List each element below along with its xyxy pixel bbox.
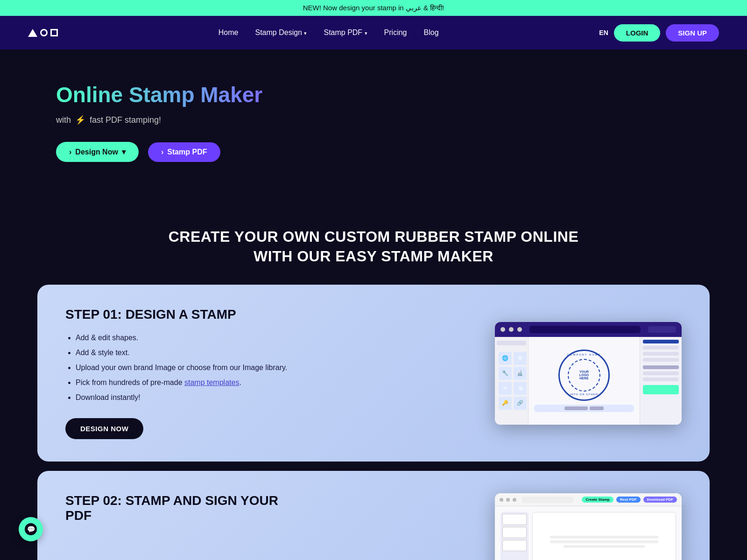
design-now-button[interactable]: › Design Now ▾ [56, 142, 139, 162]
tool-icon[interactable]: 🔗 [514, 397, 527, 410]
navbar: Home Stamp Design Stamp PDF Pricing Blog… [0, 16, 747, 49]
download-pdf-btn[interactable]: Download PDF [643, 497, 677, 503]
lightning-icon: ⚡ [75, 115, 85, 125]
canvas-toolbar [534, 405, 634, 412]
pdf-content-line [550, 540, 658, 543]
sidebar-label [497, 341, 526, 345]
list-item: Upload your own brand Image or choose fr… [76, 362, 289, 373]
pdf-thumbnail[interactable] [502, 527, 527, 538]
pdf-main-view [532, 512, 676, 560]
hero-section: Online Stamp Maker with ⚡ fast PDF stamp… [0, 49, 747, 190]
stamp-designer-preview: 🌐 ⚙ 🔥 🔧 🔬 🎯 ✏ 🖥 📊 🔑 🔗 ⭐ [495, 322, 682, 425]
tool-icon[interactable]: 🔑 [499, 397, 512, 410]
browser-content-2 [495, 506, 682, 560]
stamp-canvas: · COMPANY NAME · YOURLOGOHERE · INTO OR … [529, 337, 640, 425]
signup-button[interactable]: SIGN UP [666, 24, 719, 42]
stamp-text-bottom: · INTO OR OTHER · [560, 393, 608, 396]
design-now-step-button[interactable]: DESIGN NOW [65, 418, 143, 439]
step1-content: STEP 01: DESIGN A STAMP Add & edit shape… [65, 307, 289, 439]
panel-row [643, 352, 679, 356]
step2-content: STEP 02: STAMP AND SIGN YOUR PDF [65, 493, 289, 533]
browser-content: 🌐 ⚙ 🔥 🔧 🔬 🎯 ✏ 🖥 📊 🔑 🔗 ⭐ [495, 337, 682, 425]
nav-links: Home Stamp Design Stamp PDF Pricing Blog [218, 28, 439, 37]
login-button[interactable]: LOGIN [614, 24, 661, 42]
stamp-templates-link[interactable]: stamp templates [184, 378, 239, 386]
rest-pdf-btn[interactable]: Rest PDF [616, 497, 641, 503]
toolbar-item [590, 406, 604, 410]
nav-link-blog[interactable]: Blog [424, 28, 439, 36]
logo-circle-icon [40, 29, 48, 36]
browser-dot2-3 [513, 498, 516, 502]
tool-icon[interactable]: ✏ [499, 382, 512, 395]
logo-square-icon [50, 29, 58, 36]
subtitle-prefix: with [56, 115, 71, 125]
step1-title: STEP 01: DESIGN A STAMP [65, 307, 289, 322]
tool-icon[interactable]: 🔬 [514, 367, 527, 380]
nav-item-stamp-pdf[interactable]: Stamp PDF [324, 28, 367, 37]
tool-icon[interactable]: 🖥 [514, 382, 527, 395]
nav-link-stamp-design[interactable]: Stamp Design [255, 28, 303, 36]
hero-buttons: › Design Now ▾ › Stamp PDF [56, 142, 691, 162]
chevron-right-icon-2: › [161, 148, 163, 156]
stamp-text-top: · COMPANY NAME · [560, 353, 608, 356]
panel-header [643, 340, 679, 343]
browser-bar [495, 322, 682, 337]
list-item: Add & style text. [76, 347, 289, 358]
stamp-pdf-button[interactable]: › Stamp PDF [148, 142, 220, 162]
step1-list: Add & edit shapes. Add & style text. Upl… [65, 332, 289, 403]
logo[interactable] [28, 29, 58, 37]
browser-url-bar-2 [522, 497, 573, 503]
pdf-content-line [550, 536, 658, 539]
panel-row [643, 378, 679, 381]
panel-row [643, 371, 679, 375]
step1-card: STEP 01: DESIGN A STAMP Add & edit shape… [37, 285, 710, 462]
browser-dot-3 [517, 327, 522, 332]
pdf-stamp-preview: Create Stamp Rest PDF Download PDF [495, 493, 682, 560]
panel-row [643, 346, 679, 350]
pdf-thumbnail[interactable] [502, 514, 527, 525]
browser-dot-2 [509, 327, 514, 332]
steps-container: STEP 01: DESIGN A STAMP Add & edit shape… [0, 275, 747, 560]
chevron-right-icon: › [69, 148, 71, 156]
banner-text: NEW! Now design your stamp in عربي & हिन… [303, 4, 444, 12]
step2-title: STEP 02: STAMP AND SIGN YOUR PDF [65, 493, 289, 523]
logo-triangle-icon [28, 29, 37, 37]
panel-row [643, 358, 679, 362]
step2-image: Create Stamp Rest PDF Download PDF [289, 493, 682, 560]
tool-icons-grid: 🌐 ⚙ 🔥 🔧 🔬 🎯 ✏ 🖥 📊 🔑 🔗 ⭐ [497, 350, 526, 412]
nav-link-home[interactable]: Home [218, 28, 239, 36]
top-banner: NEW! Now design your stamp in عربي & हिन… [0, 0, 747, 16]
section-title: CREATE YOUR OWN CUSTOM RUBBER STAMP ONLI… [9, 227, 738, 266]
section-heading: CREATE YOUR OWN CUSTOM RUBBER STAMP ONLI… [0, 190, 747, 275]
browser-dot-1 [500, 327, 505, 332]
create-stamp-btn[interactable]: Create Stamp [582, 497, 613, 503]
subtitle-text: fast PDF stamping! [90, 115, 161, 125]
nav-link-pricing[interactable]: Pricing [384, 28, 407, 36]
nav-item-stamp-design[interactable]: Stamp Design [255, 28, 307, 37]
step2-card: STEP 02: STAMP AND SIGN YOUR PDF Create … [37, 471, 710, 560]
nav-item-blog[interactable]: Blog [424, 28, 439, 37]
hero-subtitle: with ⚡ fast PDF stamping! [56, 115, 691, 125]
browser-action-buttons: Create Stamp Rest PDF Download PDF [582, 497, 677, 503]
tool-icon[interactable]: 🔧 [499, 367, 512, 380]
nav-link-stamp-pdf[interactable]: Stamp PDF [324, 28, 362, 36]
browser-dot2-1 [500, 498, 503, 502]
panel-section [643, 365, 679, 369]
chat-button[interactable]: 💬 [19, 517, 43, 541]
tool-icon[interactable]: ⚙ [514, 352, 527, 365]
pdf-thumbnail[interactable] [502, 540, 527, 551]
nav-item-pricing[interactable]: Pricing [384, 28, 407, 37]
stamp-circle-preview: · COMPANY NAME · YOURLOGOHERE · INTO OR … [558, 350, 610, 401]
hero-title: Online Stamp Maker [56, 82, 262, 107]
panel-action-btn [643, 385, 679, 394]
toolbar-item [564, 406, 588, 410]
stamp-inner: YOURLOGOHERE [568, 359, 600, 392]
nav-item-home[interactable]: Home [218, 28, 239, 37]
browser-dot2-2 [506, 498, 510, 502]
tool-icon[interactable]: 🌐 [499, 352, 512, 365]
chat-icon: 💬 [25, 523, 37, 535]
list-item: Pick from hundreds of pre-made stamp tem… [76, 377, 289, 388]
browser-action-area [648, 326, 676, 333]
nav-right: EN LOGIN SIGN UP [599, 24, 719, 42]
language-selector[interactable]: EN [599, 29, 608, 36]
